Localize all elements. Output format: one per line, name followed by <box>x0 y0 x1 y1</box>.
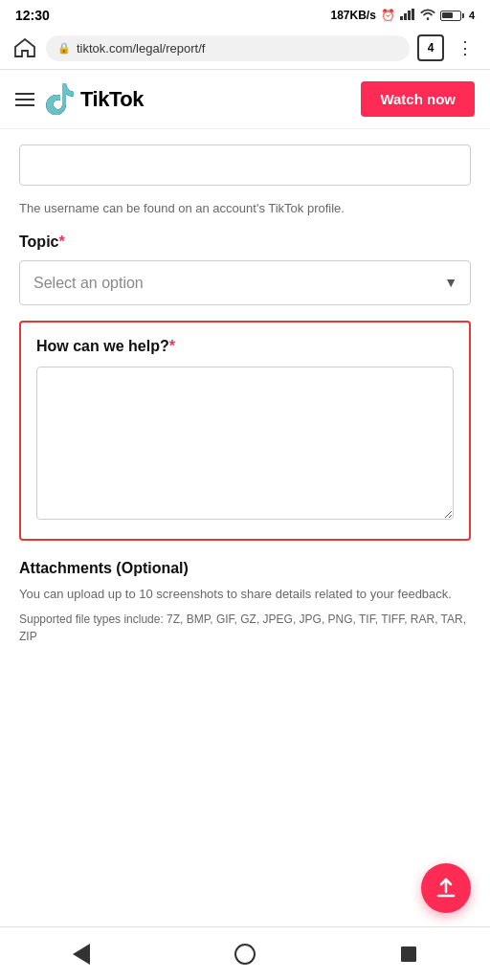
tab-count-button[interactable]: 4 <box>417 34 444 61</box>
url-text: tiktok.com/legal/report/f <box>77 41 205 56</box>
svg-rect-1 <box>404 13 407 20</box>
attachments-title: Attachments (Optional) <box>19 560 471 577</box>
nav-recent-button[interactable] <box>390 935 428 973</box>
speed-indicator: 187KB/s <box>331 9 376 22</box>
help-required-star: * <box>169 338 175 354</box>
status-icons: 187KB/s ⏰ 4 <box>331 9 476 23</box>
upload-fab-button[interactable] <box>421 863 471 913</box>
home-button[interactable] <box>11 34 38 61</box>
svg-rect-2 <box>408 11 411 20</box>
topic-required-star: * <box>58 234 64 250</box>
topic-field-group: Topic* Select an option ▼ <box>19 234 471 305</box>
alarm-icon: ⏰ <box>381 9 395 22</box>
main-content: The username can be found on an account'… <box>0 129 490 664</box>
bottom-navigation <box>0 926 490 980</box>
battery-percent: 4 <box>469 10 475 21</box>
signal-icon <box>400 9 415 23</box>
battery-icon <box>440 11 464 21</box>
help-section: How can we help?* <box>19 321 471 541</box>
tiktok-logo: TikTok <box>46 83 144 116</box>
top-input-area <box>19 129 471 189</box>
status-bar: 12:30 187KB/s ⏰ 4 <box>0 0 490 27</box>
brand-name: TikTok <box>80 87 144 112</box>
username-input[interactable] <box>19 145 471 186</box>
tiktok-header: TikTok Watch now <box>0 70 490 129</box>
supported-types-text: Supported file types include: 7Z, BMP, G… <box>19 611 471 645</box>
upload-icon <box>434 877 457 900</box>
hamburger-menu[interactable] <box>15 93 34 106</box>
tiktok-icon <box>46 83 75 116</box>
nav-home-button[interactable] <box>226 935 264 973</box>
wifi-icon <box>420 9 435 23</box>
header-left: TikTok <box>15 83 144 116</box>
recent-square-icon <box>401 947 416 962</box>
lock-icon: 🔒 <box>57 42 71 55</box>
topic-select[interactable]: Select an option <box>19 260 471 305</box>
home-circle-icon <box>234 944 256 965</box>
select-wrapper: Select an option ▼ <box>19 260 471 305</box>
help-label: How can we help?* <box>36 338 454 355</box>
attachments-section: Attachments (Optional) You can upload up… <box>19 560 471 665</box>
status-time: 12:30 <box>15 8 50 23</box>
more-options-button[interactable]: ⋮ <box>452 34 479 61</box>
helper-text: The username can be found on an account'… <box>19 189 471 234</box>
back-icon <box>73 944 90 965</box>
watch-now-button[interactable]: Watch now <box>361 81 475 117</box>
url-bar[interactable]: 🔒 tiktok.com/legal/report/f <box>46 35 410 61</box>
nav-back-button[interactable] <box>62 935 100 973</box>
attachments-description: You can upload up to 10 screenshots to s… <box>19 585 471 604</box>
svg-rect-0 <box>400 16 403 20</box>
browser-bar: 🔒 tiktok.com/legal/report/f 4 ⋮ <box>0 27 490 70</box>
topic-label: Topic* <box>19 234 471 251</box>
svg-rect-3 <box>412 9 414 20</box>
help-textarea[interactable] <box>36 367 454 520</box>
